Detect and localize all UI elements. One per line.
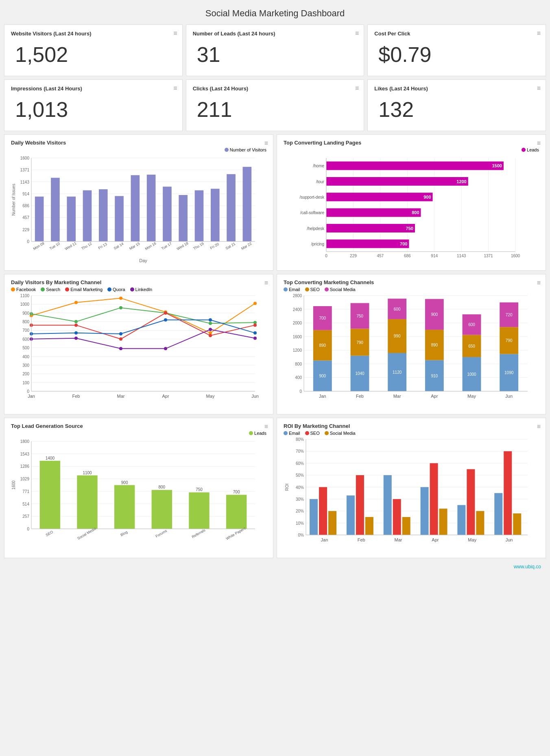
svg-rect-30 <box>147 175 156 241</box>
svg-text:600: 600 <box>22 337 29 342</box>
svg-rect-64 <box>326 162 504 170</box>
metric-card-leads: Number of Leads (Last 24 hours) ≡ 31 <box>186 24 364 76</box>
svg-text:1090: 1090 <box>504 370 514 375</box>
metric-label-1: Number of Leads (Last 24 hours) <box>193 31 358 37</box>
svg-text:600: 600 <box>394 307 401 311</box>
daily-visitors-chart: 0229457686914114313711600Mon 09Tue 10Wed… <box>11 154 259 264</box>
svg-text:70%: 70% <box>296 449 304 454</box>
svg-text:May: May <box>468 537 476 542</box>
metric-value-2: $0.79 <box>374 38 539 70</box>
svg-text:686: 686 <box>404 254 411 258</box>
menu-icon-2[interactable]: ≡ <box>537 30 541 37</box>
svg-rect-22 <box>83 190 92 241</box>
svg-text:1600: 1600 <box>293 335 302 339</box>
svg-text:Jun: Jun <box>251 394 259 399</box>
svg-rect-16 <box>35 197 44 241</box>
svg-text:Jan: Jan <box>319 394 326 399</box>
menu-icon-landing[interactable]: ≡ <box>537 140 541 147</box>
svg-rect-234 <box>189 492 209 529</box>
menu-icon-5[interactable]: ≡ <box>537 85 541 92</box>
menu-icon-1[interactable]: ≡ <box>355 30 359 37</box>
svg-point-115 <box>74 320 78 323</box>
svg-text:890: 890 <box>319 343 326 348</box>
svg-text:Jan: Jan <box>321 537 328 542</box>
svg-rect-28 <box>131 175 140 241</box>
svg-text:1500: 1500 <box>492 163 502 168</box>
svg-rect-228 <box>114 485 135 529</box>
svg-rect-277 <box>457 505 465 535</box>
menu-icon-4[interactable]: ≡ <box>355 85 359 92</box>
svg-rect-270 <box>393 499 401 535</box>
svg-rect-283 <box>513 513 521 535</box>
page-title: Social Media Marketing Dashboard <box>4 4 546 24</box>
svg-text:Fri 20: Fri 20 <box>210 242 220 250</box>
metric-label-3: Impressions (Last 24 Hours) <box>11 85 176 92</box>
svg-text:771: 771 <box>22 489 29 494</box>
lead-gen-title: Top Lead Generation Source <box>11 423 266 429</box>
roi-chart: 0%10%20%30%40%50%60%70%80%JanFebMarAprMa… <box>284 437 532 551</box>
metric-value-4: 211 <box>193 93 358 125</box>
svg-text:1029: 1029 <box>20 477 30 481</box>
svg-text:686: 686 <box>22 204 29 208</box>
svg-point-122 <box>119 337 122 341</box>
svg-text:Tue 17: Tue 17 <box>161 241 172 251</box>
svg-rect-266 <box>356 475 364 535</box>
metric-value-5: 132 <box>374 93 539 125</box>
svg-text:1371: 1371 <box>20 168 30 172</box>
menu-icon-daily[interactable]: ≡ <box>264 140 268 147</box>
svg-text:100: 100 <box>22 381 29 385</box>
svg-text:0: 0 <box>27 389 29 394</box>
svg-rect-263 <box>328 511 336 535</box>
svg-text:Blog: Blog <box>120 530 128 537</box>
svg-point-123 <box>164 311 167 315</box>
menu-icon-3[interactable]: ≡ <box>173 85 177 92</box>
svg-rect-18 <box>51 178 60 241</box>
svg-text:900: 900 <box>22 311 29 316</box>
lead-gen-card: Top Lead Generation Source ≡ Leads 02575… <box>4 418 273 558</box>
svg-point-131 <box>253 331 257 335</box>
svg-text:2400: 2400 <box>293 307 302 312</box>
svg-text:1600: 1600 <box>11 480 16 490</box>
charts-row-3: Top Lead Generation Source ≡ Leads 02575… <box>4 418 546 558</box>
svg-text:Mon 09: Mon 09 <box>33 241 45 251</box>
menu-icon-mktg[interactable]: ≡ <box>264 279 268 287</box>
landing-pages-chart: 02294576869141143137116001500/home1200/t… <box>284 154 532 264</box>
svg-text:Day: Day <box>139 258 147 263</box>
svg-text:Feb: Feb <box>358 537 365 542</box>
svg-rect-24 <box>99 189 108 241</box>
svg-text:/home: /home <box>313 164 324 168</box>
svg-point-137 <box>253 337 257 340</box>
svg-text:Fri 13: Fri 13 <box>98 242 108 250</box>
svg-point-110 <box>119 296 122 300</box>
svg-text:SEO: SEO <box>45 530 54 537</box>
svg-text:Sat 21: Sat 21 <box>225 242 236 251</box>
svg-text:Feb: Feb <box>356 394 364 399</box>
svg-text:1200: 1200 <box>456 179 466 184</box>
svg-text:1000: 1000 <box>467 372 476 377</box>
marketing-channels-card: Daily Visitors By Marketing Channel ≡ Fa… <box>4 274 273 414</box>
svg-text:1200: 1200 <box>293 348 302 353</box>
menu-icon-lead[interactable]: ≡ <box>264 423 268 430</box>
svg-text:750: 750 <box>406 226 413 231</box>
svg-rect-273 <box>421 487 429 535</box>
svg-text:0%: 0% <box>298 533 304 537</box>
svg-text:1286: 1286 <box>20 464 30 469</box>
svg-text:914: 914 <box>431 254 438 258</box>
svg-text:10%: 10% <box>296 521 304 526</box>
menu-icon-roi[interactable]: ≡ <box>537 423 541 430</box>
lead-gen-chart: 025751477110291286154318001400SEO1100Soc… <box>11 437 259 551</box>
svg-rect-278 <box>467 469 475 535</box>
svg-text:1600: 1600 <box>20 156 30 160</box>
metric-card-visitors: Website Visitors (Last 24 hours) ≡ 1,502 <box>4 24 183 76</box>
metric-value-0: 1,502 <box>11 38 176 70</box>
svg-rect-282 <box>504 451 512 535</box>
svg-text:1100: 1100 <box>83 471 92 475</box>
svg-text:300: 300 <box>22 363 29 368</box>
menu-icon-top[interactable]: ≡ <box>537 279 541 287</box>
daily-visitors-card: Daily Website Visitors ≡ Number of Visit… <box>4 134 273 271</box>
svg-rect-275 <box>439 508 447 535</box>
menu-icon-0[interactable]: ≡ <box>173 30 177 37</box>
svg-text:0: 0 <box>299 389 302 394</box>
svg-text:May: May <box>467 394 476 399</box>
svg-point-127 <box>74 331 78 335</box>
